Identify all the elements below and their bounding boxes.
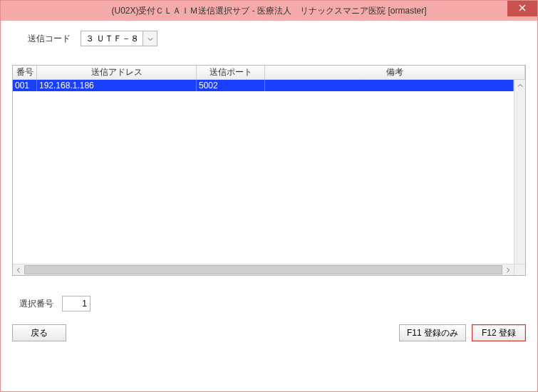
chevron-up-icon [517, 81, 523, 91]
selection-row: 選択番号 [19, 296, 526, 311]
hscroll-thumb[interactable] [24, 265, 502, 274]
encoding-combobox[interactable] [81, 31, 157, 46]
col-header-memo[interactable]: 備考 [265, 66, 525, 79]
chevron-right-icon [505, 265, 511, 275]
cell-memo [265, 80, 514, 91]
scroll-corner [514, 264, 525, 275]
selection-label: 選択番号 [19, 298, 53, 310]
encoding-dropdown-button[interactable] [143, 31, 157, 46]
cell-port: 5002 [197, 80, 265, 91]
button-bar: 戻る F11 登録のみ F12 登録 [12, 324, 526, 341]
col-header-port[interactable]: 送信ポート [197, 66, 265, 79]
close-icon [519, 4, 526, 14]
scroll-left-button[interactable] [13, 264, 24, 276]
chevron-left-icon [16, 265, 21, 275]
window: (U02X)受付ＣＬＡＩＭ送信選択サブ - 医療法人 リナックスマニア医院 [o… [0, 0, 538, 392]
hscroll-track[interactable] [24, 264, 502, 275]
col-header-number[interactable]: 番号 [13, 66, 37, 79]
close-button[interactable] [507, 1, 537, 16]
client-area: 送信コード 番号 送信アドレス 送信ポート 備考 001 [1, 21, 537, 391]
scroll-up-button[interactable] [514, 80, 526, 91]
table-row[interactable]: 001 192.168.1.186 5002 [13, 80, 514, 91]
f12-register-button[interactable]: F12 登録 [472, 324, 526, 341]
table-body: 001 192.168.1.186 5002 [13, 80, 514, 264]
table-body-viewport: 001 192.168.1.186 5002 [13, 80, 525, 275]
vertical-scrollbar[interactable] [514, 80, 525, 264]
encoding-label: 送信コード [28, 33, 71, 45]
encoding-input[interactable] [81, 31, 143, 46]
encoding-row: 送信コード [28, 31, 526, 46]
col-header-address[interactable]: 送信アドレス [37, 66, 197, 79]
window-title: (U02X)受付ＣＬＡＩＭ送信選択サブ - 医療法人 リナックスマニア医院 [o… [1, 5, 537, 17]
titlebar: (U02X)受付ＣＬＡＩＭ送信選択サブ - 医療法人 リナックスマニア医院 [o… [1, 1, 537, 21]
table-header: 番号 送信アドレス 送信ポート 備考 [13, 66, 525, 80]
back-button[interactable]: 戻る [12, 324, 66, 341]
cell-number: 001 [13, 80, 37, 91]
cell-address: 192.168.1.186 [37, 80, 197, 91]
selection-input[interactable] [62, 296, 90, 311]
chevron-down-icon [148, 33, 153, 43]
f11-register-only-button[interactable]: F11 登録のみ [399, 324, 466, 341]
scroll-right-button[interactable] [502, 264, 514, 276]
horizontal-scrollbar[interactable] [13, 264, 514, 275]
address-table: 番号 送信アドレス 送信ポート 備考 001 192.168.1.186 500… [12, 65, 526, 276]
